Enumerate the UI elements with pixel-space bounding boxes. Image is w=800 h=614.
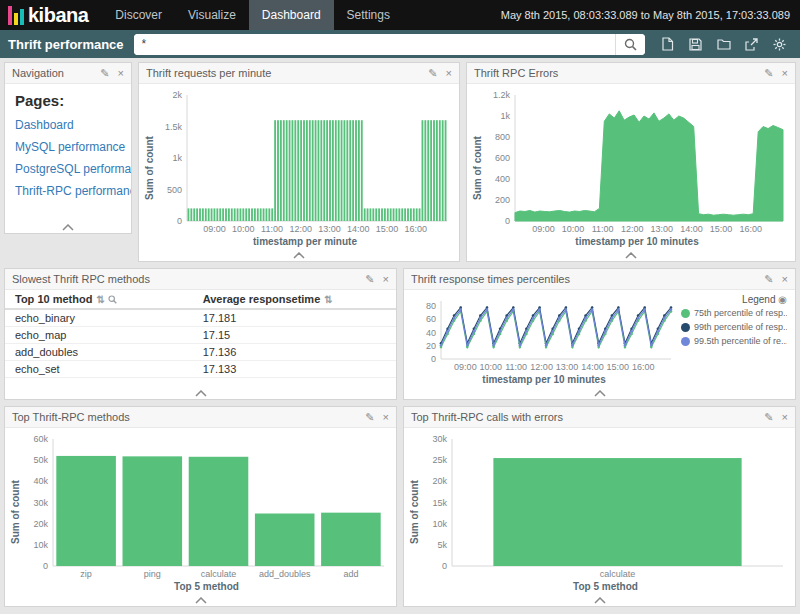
close-panel-icon[interactable]: × <box>446 68 452 79</box>
close-panel-icon[interactable]: × <box>782 68 788 79</box>
nav-tab-settings[interactable]: Settings <box>334 0 403 30</box>
chevron-up-icon <box>194 597 208 604</box>
svg-text:12:00: 12:00 <box>289 224 312 234</box>
chart-area: 02040608009:0010:0011:0012:0013:0014:001… <box>404 290 795 387</box>
edit-panel-icon[interactable]: ✎ <box>365 412 374 423</box>
kibana-logo[interactable]: kibana <box>0 4 102 27</box>
percentiles-chart[interactable]: 02040608009:0010:0011:0012:0013:0014:001… <box>409 293 679 374</box>
edit-panel-icon[interactable]: ✎ <box>365 274 374 285</box>
rpc-errors-chart[interactable]: 02004006008001k1.2k09:0010:0011:0012:001… <box>483 87 791 236</box>
chevron-up-icon <box>593 597 607 604</box>
close-panel-icon[interactable]: × <box>782 274 788 285</box>
svg-text:11:00: 11:00 <box>261 224 283 234</box>
svg-text:10k: 10k <box>432 519 447 529</box>
svg-text:add_doubles: add_doubles <box>259 569 311 579</box>
svg-text:60: 60 <box>426 314 436 324</box>
responsetime-cell: 17.181 <box>193 309 396 327</box>
panel-collapse-button[interactable] <box>5 594 396 606</box>
responsetime-cell: 17.133 <box>193 361 396 378</box>
table-row: echo_set17.133 <box>5 361 396 378</box>
responsetime-cell: 17.136 <box>193 344 396 361</box>
nav-tab-dashboard[interactable]: Dashboard <box>249 0 334 30</box>
svg-text:15k: 15k <box>432 498 447 508</box>
svg-text:1k: 1k <box>500 111 510 121</box>
panel-collapse-button[interactable] <box>467 249 795 261</box>
close-panel-icon[interactable]: × <box>118 68 124 79</box>
nav-tab-discover[interactable]: Discover <box>102 0 175 30</box>
edit-panel-icon[interactable]: ✎ <box>764 412 773 423</box>
column-search-icon[interactable] <box>108 295 117 304</box>
sort-icon[interactable]: ⇅ <box>324 294 332 305</box>
new-dashboard-button[interactable] <box>655 33 680 55</box>
top-errors-chart[interactable]: 05k10k15k20k25k30kcalculate <box>420 431 791 581</box>
svg-text:0: 0 <box>505 216 510 226</box>
load-dashboard-button[interactable] <box>711 33 736 55</box>
close-panel-icon[interactable]: × <box>782 412 788 423</box>
nav-tab-visualize[interactable]: Visualize <box>175 0 249 30</box>
chart-area: Sum of count 05001k1.5k2k09:0010:0011:00… <box>139 84 459 249</box>
svg-text:0: 0 <box>177 216 182 226</box>
chevron-up-icon <box>292 252 306 259</box>
responsetime-cell: 17.15 <box>193 327 396 344</box>
legend-label: 99.5th percentile of re... <box>694 336 787 346</box>
svg-text:1.5k: 1.5k <box>165 122 183 132</box>
search-box <box>134 34 645 55</box>
column-header-method[interactable]: Top 10 method⇅ <box>5 290 193 309</box>
chevron-up-icon <box>194 390 208 397</box>
legend-label: 75th percentile of resp... <box>694 308 787 318</box>
edit-panel-icon[interactable]: ✎ <box>428 68 437 79</box>
options-button[interactable] <box>767 33 792 55</box>
query-input[interactable] <box>134 34 615 55</box>
share-dashboard-button[interactable] <box>739 33 764 55</box>
y-axis-label: Sum of count <box>472 87 483 249</box>
panel-collapse-button[interactable] <box>404 387 795 399</box>
legend-item-p995[interactable]: 99.5th percentile of re... <box>681 336 787 346</box>
requests-per-minute-chart[interactable]: 05001k1.5k2k09:0010:0011:0012:0013:0014:… <box>155 87 455 236</box>
method-cell: echo_binary <box>5 309 193 327</box>
time-range-picker[interactable]: May 8th 2015, 08:03:33.089 to May 8th 20… <box>501 9 800 21</box>
svg-text:14:00: 14:00 <box>347 224 370 234</box>
nav-link-postgresql[interactable]: PostgreSQL performance <box>15 162 121 176</box>
save-dashboard-button[interactable] <box>683 33 708 55</box>
svg-text:30k: 30k <box>33 498 48 508</box>
nav-link-mysql[interactable]: MySQL performance <box>15 140 121 154</box>
svg-text:16:00: 16:00 <box>632 362 655 372</box>
panel-collapse-button[interactable] <box>5 221 131 233</box>
svg-text:20k: 20k <box>33 519 48 529</box>
panel-title: Top Thrift-RPC calls with errors <box>411 411 756 423</box>
close-panel-icon[interactable]: × <box>383 274 389 285</box>
panel-collapse-button[interactable] <box>404 594 795 606</box>
x-axis-label: timestamp per 10 minutes <box>483 236 791 249</box>
dashboard-title: Thrift performance <box>8 37 124 52</box>
panel-navigation: Navigation ✎ × Pages: Dashboard MySQL pe… <box>4 62 132 234</box>
search-button[interactable] <box>615 34 645 55</box>
svg-text:400: 400 <box>495 174 510 184</box>
legend-toggle-icon[interactable]: ◉ <box>778 294 787 305</box>
svg-text:20k: 20k <box>432 476 447 486</box>
logo-text: kibana <box>28 4 88 27</box>
svg-text:13:00: 13:00 <box>651 224 674 234</box>
top-methods-chart[interactable]: 010k20k30k40k50k60kzippingcalculateadd_d… <box>21 431 392 581</box>
panel-top-errors: Top Thrift-RPC calls with errors ✎ × Sum… <box>403 406 796 607</box>
navigation-content: Pages: Dashboard MySQL performance Postg… <box>5 84 131 221</box>
panel-top-methods: Top Thrift-RPC methods ✎ × Sum of count … <box>4 406 397 607</box>
nav-link-dashboard[interactable]: Dashboard <box>15 118 121 132</box>
share-icon <box>745 38 758 51</box>
column-header-responsetime[interactable]: Average responsetime⇅ <box>193 290 396 309</box>
close-panel-icon[interactable]: × <box>383 412 389 423</box>
panel-collapse-button[interactable] <box>139 249 459 261</box>
panel-title: Slowest Thrift RPC methods <box>12 273 357 285</box>
panel-collapse-button[interactable] <box>5 387 396 399</box>
edit-panel-icon[interactable]: ✎ <box>100 68 109 79</box>
edit-panel-icon[interactable]: ✎ <box>764 274 773 285</box>
x-axis-label: Top 5 method <box>420 581 791 594</box>
top-nav: Discover Visualize Dashboard Settings <box>102 0 403 30</box>
new-document-icon <box>661 37 674 51</box>
edit-panel-icon[interactable]: ✎ <box>764 68 773 79</box>
gear-icon <box>773 38 786 51</box>
legend-item-p75[interactable]: 75th percentile of resp... <box>681 308 787 318</box>
nav-link-thrift-rpc[interactable]: Thrift-RPC performance <box>15 184 121 198</box>
legend-item-p99[interactable]: 99th percentile of resp... <box>681 322 787 332</box>
sort-icon[interactable]: ⇅ <box>96 294 104 305</box>
method-cell: echo_set <box>5 361 193 378</box>
